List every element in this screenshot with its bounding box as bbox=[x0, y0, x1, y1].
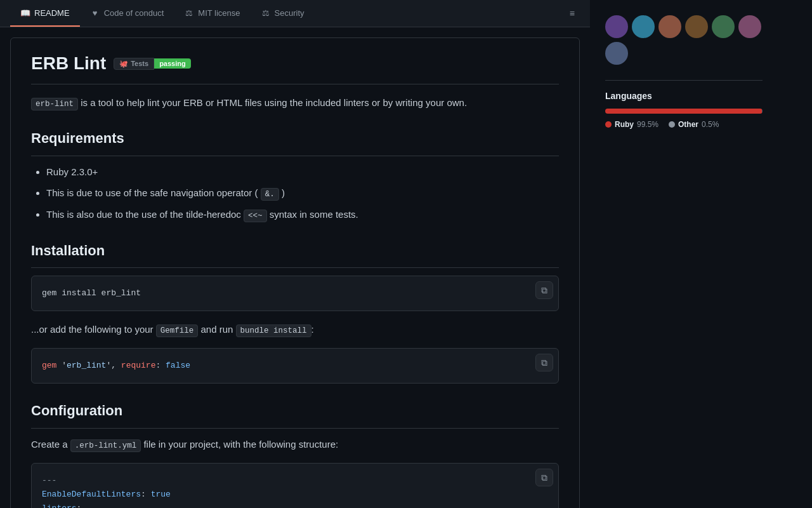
readme-title-row: ERB Lint 🐙 Tests passing bbox=[31, 53, 559, 84]
avatar-5[interactable] bbox=[712, 15, 735, 38]
lang-legend: Ruby 99.5% Other 0.5% bbox=[605, 120, 763, 129]
tab-mit-license[interactable]: ⚖ MIT license bbox=[174, 0, 250, 27]
yaml-line-1: --- bbox=[42, 474, 548, 488]
scale-icon-2: ⚖ bbox=[261, 8, 271, 18]
bundle-install-code: bundle install bbox=[236, 324, 311, 337]
other-bar bbox=[762, 109, 763, 114]
requirements-heading: Requirements bbox=[31, 126, 559, 156]
list-item: This is also due to the use of the tilde… bbox=[46, 206, 559, 223]
languages-section: Languages Ruby 99.5% Other 0.5% bbox=[605, 91, 763, 129]
intro-paragraph: erb-lint is a tool to help lint your ERB… bbox=[31, 95, 559, 111]
safe-nav-code: &. bbox=[261, 188, 279, 201]
code-block-gem-install: gem install erb_lint ⧉ bbox=[31, 276, 559, 311]
sidebar: Languages Ruby 99.5% Other 0.5% bbox=[590, 0, 778, 508]
configuration-intro: Create a .erb-lint.yml file in your proj… bbox=[31, 436, 559, 453]
heart-icon: ♥ bbox=[90, 8, 100, 18]
badge-container: 🐙 Tests passing bbox=[114, 58, 191, 70]
badge-tests: 🐙 Tests bbox=[114, 58, 154, 70]
copy-button-3[interactable]: ⧉ bbox=[535, 469, 553, 486]
ruby-bar bbox=[605, 109, 762, 114]
other-dot bbox=[669, 121, 675, 128]
scale-icon-1: ⚖ bbox=[184, 8, 194, 18]
ruby-dot bbox=[605, 121, 612, 128]
avatar-7[interactable] bbox=[605, 42, 628, 65]
code-block-yaml: --- EnableDefaultLinters: true linters: … bbox=[31, 463, 559, 508]
badge-passing: passing bbox=[154, 58, 191, 69]
copy-button-2[interactable]: ⧉ bbox=[535, 354, 553, 371]
contributors-avatars bbox=[605, 10, 763, 70]
avatar-2[interactable] bbox=[632, 15, 655, 38]
code-block-gem-require: gem 'erb_lint', require: false ⧉ bbox=[31, 348, 559, 384]
heredoc-code: <<~ bbox=[244, 210, 267, 222]
github-icon: 🐙 bbox=[119, 60, 128, 68]
tabs-bar: 📖 README ♥ Code of conduct ⚖ MIT license… bbox=[0, 0, 590, 27]
avatar-3[interactable] bbox=[658, 15, 681, 38]
list-icon[interactable]: ≡ bbox=[565, 3, 580, 23]
ruby-legend-item: Ruby 99.5% bbox=[605, 120, 658, 129]
yaml-line-2: EnableDefaultLinters: true bbox=[42, 488, 548, 502]
requirements-list: Ruby 2.3.0+ This is due to use of the sa… bbox=[31, 164, 559, 224]
intro-code: erb-lint bbox=[31, 98, 78, 110]
code-content-3: --- EnableDefaultLinters: true linters: … bbox=[32, 464, 558, 508]
installation-heading: Installation bbox=[31, 239, 559, 268]
languages-title: Languages bbox=[605, 91, 763, 101]
avatar-1[interactable] bbox=[605, 15, 628, 38]
tab-readme[interactable]: 📖 README bbox=[10, 0, 80, 27]
code-content-2: gem 'erb_lint', require: false bbox=[32, 349, 558, 383]
gemfile-code: Gemfile bbox=[156, 324, 199, 337]
copy-button-1[interactable]: ⧉ bbox=[535, 281, 553, 299]
languages-bar bbox=[605, 109, 763, 114]
avatar-6[interactable] bbox=[738, 15, 761, 38]
yaml-line-3: linters: bbox=[42, 502, 548, 508]
divider bbox=[605, 80, 763, 81]
configuration-heading: Configuration bbox=[31, 399, 559, 428]
tab-security[interactable]: ⚖ Security bbox=[251, 0, 315, 27]
list-item: Ruby 2.3.0+ bbox=[46, 164, 559, 180]
book-icon: 📖 bbox=[20, 8, 30, 18]
code-content-1: gem install erb_lint bbox=[32, 276, 558, 311]
gemfile-paragraph: ...or add the following to your Gemfile … bbox=[31, 321, 559, 338]
readme-body: erb-lint is a tool to help lint your ERB… bbox=[31, 95, 559, 508]
readme-title-text: ERB Lint bbox=[31, 53, 106, 74]
readme-container: ERB Lint 🐙 Tests passing erb-lint is a t… bbox=[10, 37, 580, 508]
tab-code-of-conduct[interactable]: ♥ Code of conduct bbox=[80, 0, 174, 27]
other-legend-item: Other 0.5% bbox=[669, 120, 719, 129]
list-item: This is due to use of the safe navigatio… bbox=[46, 185, 559, 201]
avatar-4[interactable] bbox=[685, 15, 708, 38]
erb-lint-yml-code: .erb-lint.yml bbox=[70, 439, 141, 452]
